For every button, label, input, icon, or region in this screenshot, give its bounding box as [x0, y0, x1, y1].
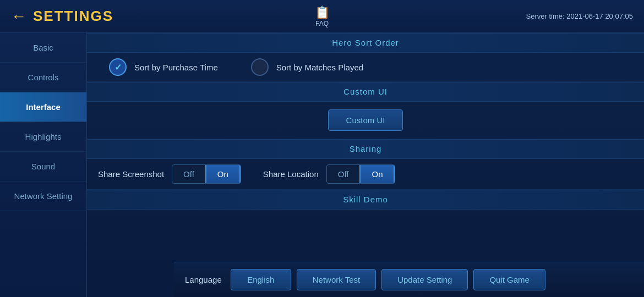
sharing-title: Sharing: [350, 144, 382, 153]
faq-label: FAQ: [315, 20, 329, 28]
server-time: Server time: 2021-06-17 20:07:05: [526, 12, 633, 20]
sidebar-item-interface[interactable]: Interface: [0, 92, 86, 122]
skill-demo-header: Skill Demo: [87, 190, 644, 210]
bottom-row: Language English Network Test Update Set…: [174, 262, 644, 297]
sort-option-purchase[interactable]: Sort by Purchase Time: [109, 58, 218, 76]
custom-ui-title: Custom UI: [343, 87, 388, 96]
share-location-label: Share Location: [263, 169, 319, 179]
sharing-row: Share Screenshot Off On Share Location O…: [87, 159, 644, 189]
sharing-section: Sharing Share Screenshot Off On Share Lo…: [87, 139, 644, 189]
share-screenshot-toggle: Off On: [172, 164, 241, 184]
hero-sort-title: Hero Sort Order: [332, 38, 399, 47]
sidebar-item-controls[interactable]: Controls: [0, 63, 86, 92]
share-screenshot-group: Share Screenshot Off On: [98, 164, 241, 184]
language-label: Language: [185, 275, 222, 284]
hero-sort-row: Sort by Purchase Time Sort by Matches Pl…: [87, 53, 644, 81]
update-setting-button[interactable]: Update Setting: [381, 269, 468, 290]
skill-demo-section: Skill Demo: [87, 190, 644, 226]
hero-sort-header: Hero Sort Order: [87, 33, 644, 53]
share-screenshot-off-btn[interactable]: Off: [172, 165, 205, 183]
share-location-on-btn[interactable]: On: [359, 165, 395, 183]
sort-label-purchase: Sort by Purchase Time: [134, 63, 218, 72]
header-title: SETTINGS: [33, 8, 113, 25]
sidebar-item-basic[interactable]: Basic: [0, 33, 86, 63]
quit-game-button[interactable]: Quit Game: [473, 269, 545, 290]
content-area: Hero Sort Order Sort by Purchase Time So…: [87, 33, 644, 297]
sidebar: Basic Controls Interface Highlights Soun…: [0, 33, 87, 297]
hero-sort-section: Hero Sort Order Sort by Purchase Time So…: [87, 33, 644, 81]
share-location-off-btn[interactable]: Off: [327, 165, 360, 183]
skill-demo-row: [87, 210, 644, 226]
custom-ui-section: Custom UI Custom UI: [87, 82, 644, 139]
faq-icon: 📋: [315, 6, 330, 20]
sort-radio-purchase[interactable]: [109, 58, 127, 76]
network-test-button[interactable]: Network Test: [297, 269, 376, 290]
sort-radio-matches[interactable]: [251, 58, 269, 76]
sort-option-matches[interactable]: Sort by Matches Played: [251, 58, 363, 76]
custom-ui-row: Custom UI: [87, 102, 644, 139]
sidebar-item-sound[interactable]: Sound: [0, 152, 86, 182]
faq-button[interactable]: 📋 FAQ: [315, 6, 330, 28]
header: ← SETTINGS 📋 FAQ Server time: 2021-06-17…: [0, 0, 644, 33]
main-layout: Basic Controls Interface Highlights Soun…: [0, 33, 644, 297]
custom-ui-header: Custom UI: [87, 82, 644, 102]
custom-ui-button[interactable]: Custom UI: [328, 109, 403, 131]
share-screenshot-label: Share Screenshot: [98, 169, 164, 179]
skill-demo-title: Skill Demo: [343, 195, 388, 204]
sort-label-matches: Sort by Matches Played: [276, 63, 363, 72]
language-button[interactable]: English: [231, 269, 291, 290]
sidebar-item-highlights[interactable]: Highlights: [0, 122, 86, 152]
back-icon[interactable]: ←: [11, 8, 26, 25]
sidebar-item-network-setting[interactable]: Network Setting: [0, 182, 86, 211]
sharing-header: Sharing: [87, 139, 644, 159]
share-location-toggle: Off On: [326, 164, 396, 184]
share-location-group: Share Location Off On: [263, 164, 396, 184]
share-screenshot-on-btn[interactable]: On: [205, 165, 241, 183]
